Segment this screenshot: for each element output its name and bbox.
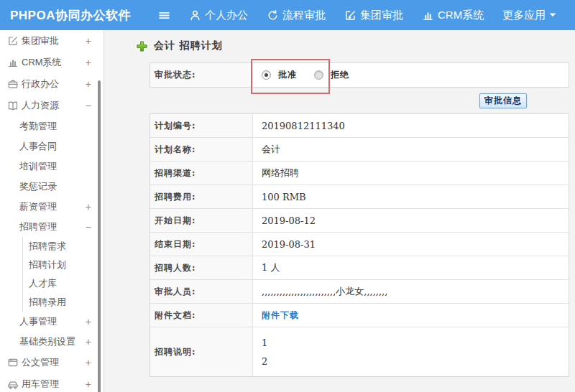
sidebar-scrollbar-thumb[interactable]: [98, 80, 101, 392]
field-label: 计划编号:: [150, 114, 253, 137]
radio-reject[interactable]: [314, 70, 323, 80]
sidebar-item-crm[interactable]: CRM系统 +: [0, 52, 104, 73]
top-nav-menu: 个人办公 流程审批 集团审批 CRM系统 更多应用: [158, 9, 556, 22]
table-row: 招聘渠道: 网络招聘: [150, 162, 569, 185]
attachment-download-link[interactable]: 附件下载: [262, 309, 299, 322]
sidebar-item-recruit-demand[interactable]: 招聘需求: [22, 237, 104, 256]
bar-chart-icon: [7, 57, 19, 68]
main-content: 会计 招聘计划 审批状态: 批准 拒绝 审批信息: [104, 30, 575, 392]
nav-process-approval[interactable]: 流程审批: [267, 9, 326, 22]
radio-approve-label[interactable]: 批准: [278, 69, 297, 81]
sidebar-item-vehicle[interactable]: 用车管理 +: [0, 373, 104, 392]
nav-label: 个人办公: [205, 9, 248, 22]
field-label: 审批状态:: [150, 63, 253, 87]
top-navigation-bar: PHPOA协同办公软件 个人办公 流程审批 集团审批 CR: [0, 0, 575, 30]
approval-status-row: 审批状态: 批准 拒绝: [150, 63, 569, 87]
sidebar-item-hr-contract[interactable]: 人事合同: [0, 136, 104, 157]
expand-toggle[interactable]: +: [86, 35, 91, 47]
field-label: 招聘说明:: [150, 327, 253, 376]
edit-square-icon: [344, 9, 356, 22]
document-icon: [7, 357, 19, 368]
table-row: 招聘说明: 1 2: [150, 327, 569, 376]
table-row: 计划名称: 会计: [150, 138, 569, 162]
book-icon: [7, 100, 19, 111]
field-value: 2019-08-31: [253, 233, 569, 256]
process-icon: [267, 9, 279, 22]
recruit-plan-detail-table: 计划编号: 20190812111340 计划名称: 会计 招聘渠道: 网络招聘…: [150, 113, 569, 377]
expand-toggle[interactable]: +: [86, 336, 91, 347]
table-row: 计划编号: 20190812111340: [150, 114, 569, 138]
field-label: 招聘人数:: [150, 256, 253, 279]
user-icon: [189, 9, 201, 22]
briefcase-icon: [7, 78, 19, 90]
recruit-description-text: 1 2: [262, 334, 267, 371]
sidebar-item-personnel[interactable]: 人事管理 +: [0, 312, 104, 332]
field-label: 招聘渠道:: [150, 162, 253, 185]
page-title: 会计 招聘计划: [154, 39, 223, 52]
field-value: 1 人: [253, 256, 569, 279]
expand-toggle[interactable]: +: [86, 201, 91, 213]
field-value: 会计: [253, 138, 569, 161]
sidebar-item-admin-office[interactable]: 行政办公 +: [0, 73, 104, 95]
radio-reject-label[interactable]: 拒绝: [331, 69, 349, 81]
nav-crm-system[interactable]: CRM系统: [422, 9, 484, 22]
approval-status-table: 审批状态: 批准 拒绝: [150, 62, 569, 88]
field-label: 计划名称:: [150, 138, 253, 161]
table-row: 招聘人数: 1 人: [150, 256, 569, 280]
sidebar-item-recruit-hire[interactable]: 招聘录用: [22, 293, 104, 312]
hamburger-menu-icon[interactable]: [158, 9, 170, 22]
field-label: 结束日期:: [150, 233, 253, 256]
sidebar-item-group-approval[interactable]: 集团审批 +: [0, 30, 104, 52]
table-row: 招聘费用: 100 RMB: [150, 185, 569, 209]
collapse-toggle[interactable]: −: [86, 221, 91, 233]
edit-square-icon: [7, 35, 19, 47]
sidebar: 集团审批 + CRM系统 + 行政办公 + 人力资源 − 考勤管理 人事合同 培…: [0, 30, 104, 392]
app-logo: PHPOA协同办公软件: [10, 7, 131, 24]
field-label: 审批人员:: [150, 280, 253, 303]
table-row: 开始日期: 2019-08-12: [150, 209, 569, 233]
sidebar-item-recruitment[interactable]: 招聘管理 −: [0, 217, 104, 237]
expand-toggle[interactable]: +: [86, 316, 91, 327]
table-row: 结束日期: 2019-08-31: [150, 233, 569, 256]
nav-label: 更多应用: [502, 9, 546, 22]
field-value: ,,,,,,,,,,,,,,,,,,,,,,,,,小龙女,,,,,,,,: [253, 280, 569, 303]
sidebar-item-recruit-plan[interactable]: 招聘计划: [22, 256, 104, 274]
sidebar-item-rewards[interactable]: 奖惩记录: [0, 177, 104, 197]
nav-label: 集团审批: [360, 9, 403, 22]
sidebar-item-hr[interactable]: 人力资源 −: [0, 95, 104, 116]
radio-approve[interactable]: [262, 70, 271, 80]
sidebar-item-documents[interactable]: 公文管理 +: [0, 352, 104, 373]
nav-label: 流程审批: [282, 9, 326, 22]
sidebar-item-base-category[interactable]: 基础类别设置 +: [0, 332, 104, 352]
bar-chart-icon: [422, 9, 434, 22]
caret-down-icon: [549, 12, 556, 18]
table-row: 附件文档: 附件下载: [150, 304, 569, 327]
nav-group-approval[interactable]: 集团审批: [344, 9, 403, 22]
expand-toggle[interactable]: +: [86, 57, 91, 68]
nav-label: CRM系统: [438, 9, 484, 22]
plus-icon: [136, 40, 148, 52]
field-label: 附件文档:: [150, 304, 253, 327]
expand-toggle[interactable]: +: [86, 78, 91, 90]
field-label: 开始日期:: [150, 209, 253, 232]
field-value: 1 2: [253, 327, 569, 376]
expand-toggle[interactable]: +: [86, 357, 91, 368]
sidebar-item-training[interactable]: 培训管理: [0, 157, 104, 177]
sidebar-item-talent-pool[interactable]: 人才库: [22, 274, 104, 293]
table-row: 审批人员: ,,,,,,,,,,,,,,,,,,,,,,,,,小龙女,,,,,,…: [150, 280, 569, 304]
approval-info-button[interactable]: 审批信息: [479, 93, 527, 108]
nav-more-apps[interactable]: 更多应用: [502, 9, 556, 22]
page-header: 会计 招聘计划: [136, 39, 575, 53]
nav-personal-office[interactable]: 个人办公: [189, 9, 248, 22]
approval-options: 批准 拒绝: [253, 63, 569, 87]
button-band: 审批信息: [150, 88, 569, 113]
field-value: 2019-08-12: [253, 209, 569, 232]
expand-toggle[interactable]: +: [86, 378, 91, 390]
collapse-toggle[interactable]: −: [86, 100, 91, 111]
field-value: 100 RMB: [253, 185, 569, 208]
sidebar-item-salary[interactable]: 薪资管理 +: [0, 197, 104, 217]
field-value: 20190812111340: [253, 114, 569, 137]
car-icon: [7, 378, 19, 390]
field-value: 附件下载: [253, 304, 569, 327]
sidebar-item-attendance[interactable]: 考勤管理: [0, 116, 104, 136]
